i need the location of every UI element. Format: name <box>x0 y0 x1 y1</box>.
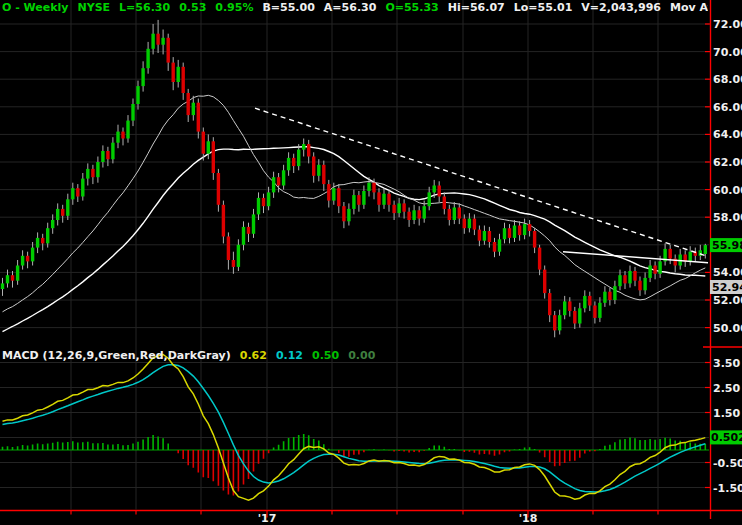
macd-indicator-value: 0.50 <box>312 349 339 362</box>
macd-indicator-value: 0.00 <box>348 349 375 362</box>
quote-header-segment: Mov Avg 2 Lines (Close,20,40,0) <box>670 1 708 14</box>
quote-header-segment: A=56.30 <box>324 1 377 14</box>
macd-tick-label: 1.50 <box>713 407 740 420</box>
quote-header-segment: Hi=56.07 <box>448 1 505 14</box>
price-tick-label: 66.00 <box>713 101 742 114</box>
svg-text:52.94: 52.94 <box>712 281 742 294</box>
price-tick-label: 50.00 <box>713 322 742 335</box>
macd-tick-label: 3.50 <box>713 357 740 370</box>
quote-header-segment: NYSE <box>78 1 111 14</box>
price-tick-label: 68.00 <box>713 73 742 86</box>
price-tick-label: 54.00 <box>713 266 742 279</box>
price-tick-label: 62.00 <box>713 156 742 169</box>
macd-tick-label: -0.50 <box>713 457 742 470</box>
macd-tick-label: 2.50 <box>713 382 740 395</box>
chart-window: 72.0070.0068.0066.0064.0062.0060.0058.00… <box>0 0 742 525</box>
macd-value-badge: 0.502 <box>710 430 742 444</box>
quote-header-segment: O=55.33 <box>385 1 438 14</box>
price-tick-label: 60.00 <box>713 184 742 197</box>
quote-header-segment: O - Weekly <box>2 1 69 14</box>
macd-tick-label: -1.50 <box>713 482 742 495</box>
year-label: '17 <box>258 512 277 525</box>
svg-text:0.502: 0.502 <box>711 431 742 444</box>
quote-header-segment: V=2,043,996 <box>581 1 661 14</box>
macd-indicator-value: 0.12 <box>276 349 303 362</box>
quote-header-segment: 0.53 <box>179 1 206 14</box>
year-label: '18 <box>519 512 538 525</box>
price-tick-label: 52.00 <box>713 294 742 307</box>
last-price-badge: 55.98 <box>710 238 742 252</box>
macd-indicator-value: 0.62 <box>240 349 267 362</box>
price-tick-label: 58.00 <box>713 211 742 224</box>
macd-indicator-label: MACD (12,26,9,Green,Red,DarkGray) <box>2 349 231 362</box>
quote-header-segment: B=55.00 <box>262 1 314 14</box>
quote-header-segment: L=56.30 <box>119 1 170 14</box>
price-tick-label: 72.00 <box>713 18 742 31</box>
price-tick-label: 70.00 <box>713 46 742 59</box>
ma-value-badge: 52.94 <box>710 280 742 294</box>
svg-text:55.98: 55.98 <box>712 239 742 252</box>
quote-header-segment: 0.95% <box>215 1 253 14</box>
price-tick-label: 64.00 <box>713 128 742 141</box>
chart-svg: 72.0070.0068.0066.0064.0062.0060.0058.00… <box>0 0 742 525</box>
macd-header: MACD (12,26,9,Green,Red,DarkGray)0.620.1… <box>2 349 375 362</box>
quote-header-segment: Lo=55.01 <box>514 1 573 14</box>
quote-header: O - WeeklyNYSEL=56.300.530.95%B=55.00A=5… <box>2 1 708 14</box>
